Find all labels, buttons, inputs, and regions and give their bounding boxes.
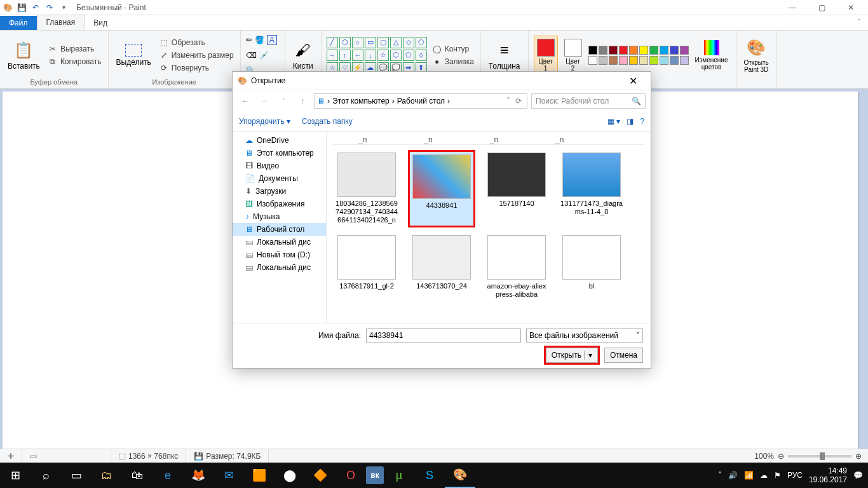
address-dropdown-icon[interactable]: ˅ xyxy=(506,97,510,105)
help-icon[interactable]: ? xyxy=(640,117,644,126)
tree-node[interactable]: ☁OneDrive xyxy=(233,134,326,147)
tray-chevron-icon[interactable]: ˄ xyxy=(718,471,722,480)
shapes-gallery[interactable]: ╱⬡○▭▢△◇⬠ →↑←↓☆⬡⬠◊ ☆♡⚡☁💬💭➡⬆ xyxy=(327,37,427,74)
tree-node[interactable]: 🖥Рабочий стол xyxy=(233,223,326,236)
open-button[interactable]: Открыть ▾ xyxy=(546,348,598,363)
color-swatch[interactable] xyxy=(588,56,597,65)
search-box[interactable]: Поиск: Рабочий стол 🔍 xyxy=(531,93,646,109)
color-swatch[interactable] xyxy=(680,46,689,55)
color-swatch[interactable] xyxy=(629,56,638,65)
notifications-icon[interactable]: 💬 xyxy=(853,471,863,480)
tree-node[interactable]: 🖴Локальный дис xyxy=(233,236,326,248)
file-thumbnail[interactable]: 1436713070_24 xyxy=(408,233,475,301)
color1-button[interactable]: Цвет 1 xyxy=(534,36,558,75)
color-swatch[interactable] xyxy=(629,46,638,55)
color-swatch[interactable] xyxy=(599,56,607,65)
size-button[interactable]: ≡ Толщина xyxy=(486,39,523,72)
filetype-combo[interactable]: Все файлы изображений ˅ xyxy=(526,329,643,342)
onedrive-tray-icon[interactable]: ☁ xyxy=(760,471,768,480)
tree-node[interactable]: 🖼Изображения xyxy=(233,198,326,210)
fill-button[interactable]: ●Заливка xyxy=(431,56,475,67)
qat-dropdown-icon[interactable]: ▾ xyxy=(58,3,69,13)
tree-node[interactable]: ⬇Загрузки xyxy=(233,185,326,198)
file-thumbnail[interactable]: 1376817911_gl-2 xyxy=(333,233,400,301)
language-indicator[interactable]: РУС xyxy=(787,471,803,480)
copy-button[interactable]: ⧉Копировать xyxy=(46,56,103,67)
search-icon[interactable]: ⌕ xyxy=(31,463,61,488)
tree-node[interactable]: 🖥Этот компьютер xyxy=(233,147,326,159)
edge-icon[interactable]: e xyxy=(153,463,183,488)
task-view-icon[interactable]: ▭ xyxy=(61,463,92,488)
firefox-icon[interactable]: 🦊 xyxy=(183,463,214,488)
text-icon[interactable]: A xyxy=(267,35,277,45)
file-thumbnail[interactable]: 18034286_1238569742907134_74034466411340… xyxy=(333,150,400,227)
open-split-icon[interactable]: ▾ xyxy=(584,351,592,360)
zoom-slider[interactable] xyxy=(788,455,851,458)
select-button[interactable]: Выделить xyxy=(114,43,154,68)
color-swatch[interactable] xyxy=(609,56,618,65)
tree-node[interactable]: ♪Музыка xyxy=(233,210,326,223)
color-swatch[interactable] xyxy=(619,46,628,55)
file-thumbnail[interactable]: 157187140 xyxy=(483,150,550,227)
pencil-icon[interactable]: ✏ xyxy=(246,36,252,44)
tree-node[interactable]: 📄Документы xyxy=(233,172,326,185)
file-thumbnail[interactable]: amazon-ebay-aliexpress-alibaba xyxy=(483,233,550,301)
new-folder-button[interactable]: Создать папку xyxy=(302,117,353,126)
mail-icon[interactable]: ✉ xyxy=(214,463,244,488)
tree-node[interactable]: 🖴Новый том (D:) xyxy=(233,248,326,261)
chrome-icon[interactable]: ⬤ xyxy=(275,463,305,488)
skype-icon[interactable]: S xyxy=(414,463,445,488)
opera-icon[interactable]: O xyxy=(336,463,366,488)
color-swatch[interactable] xyxy=(588,46,597,55)
rotate-button[interactable]: ⟳Повернуть xyxy=(158,62,235,74)
brushes-button[interactable]: 🖌 Кисти xyxy=(290,39,316,72)
color-swatch[interactable] xyxy=(649,46,658,55)
outline-button[interactable]: ◯Контур xyxy=(431,43,475,55)
address-bar[interactable]: 🖥 › Этот компьютер › Рабочий стол › ˅ ⟳ xyxy=(314,93,527,109)
organize-button[interactable]: Упорядочить ▾ xyxy=(239,117,290,126)
paste-button[interactable]: 📋 Вставить xyxy=(5,39,43,72)
color-swatch[interactable] xyxy=(599,46,607,55)
color-swatch[interactable] xyxy=(609,46,618,55)
view-button[interactable]: ▦ ▾ xyxy=(607,117,620,126)
tab-view[interactable]: Вид xyxy=(85,16,116,30)
cancel-button[interactable]: Отмена xyxy=(604,348,643,363)
zoom-out-button[interactable]: ⊖ xyxy=(778,452,784,461)
volume-icon[interactable]: 🔊 xyxy=(728,471,738,480)
zoom-in-button[interactable]: ⊕ xyxy=(855,452,862,461)
resize-button[interactable]: ⤢Изменить размер xyxy=(158,50,235,61)
color-swatch[interactable] xyxy=(619,56,628,65)
picker-icon[interactable]: 💉 xyxy=(259,51,269,60)
eraser-icon[interactable]: ⌫ xyxy=(246,51,257,60)
history-dropdown[interactable]: ˅ xyxy=(276,98,291,104)
undo-icon[interactable]: ↶ xyxy=(31,3,41,13)
color-swatch[interactable] xyxy=(660,46,668,55)
dialog-close-button[interactable]: ✕ xyxy=(620,75,646,87)
refresh-icon[interactable]: ⟳ xyxy=(515,97,522,105)
tree-node[interactable]: 🖴Локальный дис xyxy=(233,261,326,274)
redo-icon[interactable]: ↷ xyxy=(44,3,55,13)
color2-button[interactable]: Цвет 2 xyxy=(562,37,585,73)
color-swatch[interactable] xyxy=(680,56,689,65)
app-icon-2[interactable]: 🔶 xyxy=(305,463,336,488)
file-thumbnail[interactable]: 44338941 xyxy=(408,150,475,227)
color-swatch[interactable] xyxy=(660,56,668,65)
file-thumbnail[interactable]: bl xyxy=(558,233,625,301)
network-icon[interactable]: 📶 xyxy=(744,471,754,480)
edit-colors-button[interactable]: Изменение цветов xyxy=(693,39,731,72)
cut-button[interactable]: ✂Вырезать xyxy=(46,43,103,55)
paint3d-button[interactable]: 🎨 Открыть Paint 3D xyxy=(742,36,771,74)
tab-file[interactable]: Файл xyxy=(0,16,37,30)
color-swatch[interactable] xyxy=(649,56,658,65)
start-button[interactable]: ⊞ xyxy=(0,463,31,488)
color-swatch[interactable] xyxy=(670,56,679,65)
minimize-button[interactable]: — xyxy=(778,0,807,15)
vk-icon[interactable]: вк xyxy=(366,466,384,484)
file-list[interactable]: _n _n _n _n 18034286_1238569742907134_74… xyxy=(327,132,651,323)
app-icon-1[interactable]: 🟧 xyxy=(244,463,275,488)
color-swatch[interactable] xyxy=(639,56,648,65)
file-thumbnail[interactable]: 1311771473_diagrams-11-4_0 xyxy=(558,150,625,227)
paint-taskbar-icon[interactable]: 🎨 xyxy=(445,463,475,488)
store-icon[interactable]: 🛍 xyxy=(122,463,153,488)
flag-icon[interactable]: ⚑ xyxy=(774,471,781,480)
